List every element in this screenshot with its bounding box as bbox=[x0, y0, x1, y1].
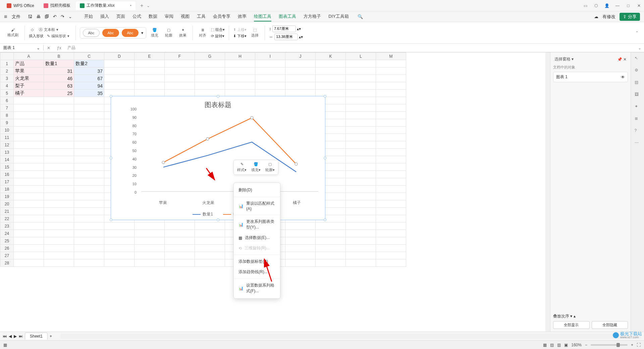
ribbon-collapse-icon[interactable]: ⌃ bbox=[635, 31, 639, 35]
minimize-button[interactable]: — bbox=[615, 3, 620, 8]
show-all-button[interactable]: 全部显示 bbox=[553, 321, 590, 329]
status-mode-icon[interactable]: ▦ bbox=[3, 343, 7, 347]
mini-style-button[interactable]: ✎样式▾ bbox=[237, 162, 247, 172]
new-tab-button[interactable]: + bbox=[137, 3, 147, 9]
rail-help-icon[interactable]: ? bbox=[635, 128, 641, 134]
eye-icon[interactable]: 👁 bbox=[621, 75, 625, 80]
chart-title[interactable]: 图表标题 bbox=[111, 96, 325, 111]
formula-input[interactable]: 产品 bbox=[65, 45, 635, 51]
menu-tab-1[interactable]: 插入 bbox=[100, 12, 109, 21]
rail-select-icon[interactable]: ↖ bbox=[635, 56, 641, 62]
menu-tab-12[interactable]: 方方格子 bbox=[304, 12, 321, 21]
search-icon[interactable]: 🔍 bbox=[358, 14, 363, 19]
shape-style-3[interactable]: Abc bbox=[122, 29, 139, 37]
sheet-nav-last[interactable]: ⏭ bbox=[19, 334, 23, 339]
dropdown-icon[interactable]: ⌄ bbox=[68, 14, 72, 19]
height-input[interactable] bbox=[272, 26, 296, 32]
text-box-button[interactable]: Ⓐ 文本框▾ bbox=[37, 27, 60, 32]
file-menu[interactable]: 文件 bbox=[12, 14, 20, 20]
expand-formula-icon[interactable]: ⌄ bbox=[635, 46, 644, 50]
move-down-button[interactable]: ⬇ 下移▾ bbox=[233, 34, 247, 39]
rail-style-icon[interactable]: ⚙ bbox=[635, 68, 641, 74]
pin-icon[interactable]: 📌 bbox=[617, 57, 622, 62]
rotate-button[interactable]: ⟳ 旋转▾ bbox=[211, 34, 225, 39]
ctx-change-type[interactable]: 📊更改系列图表类型(Y)... bbox=[234, 216, 280, 233]
menu-tab-6[interactable]: 视图 bbox=[181, 12, 190, 21]
menu-tab-10[interactable]: 绘图工具 bbox=[254, 12, 271, 21]
select-button[interactable]: ⬚选择 bbox=[249, 28, 261, 38]
rail-image-icon[interactable]: 🖼 bbox=[635, 92, 641, 98]
cancel-icon[interactable]: ✕ bbox=[44, 46, 54, 50]
chart-object[interactable]: 图表标题 0102030405060708090100 苹果火龙果梨子橘子 数量… bbox=[111, 96, 325, 220]
zoom-out-button[interactable]: − bbox=[585, 343, 587, 347]
undo-icon[interactable]: ↶ bbox=[53, 14, 57, 19]
close-pane-icon[interactable]: ✕ bbox=[623, 57, 627, 62]
rail-layers-icon[interactable]: ≣ bbox=[635, 116, 641, 122]
menu-tab-4[interactable]: 数据 bbox=[149, 12, 157, 21]
menu-tab-7[interactable]: 工具 bbox=[197, 12, 206, 21]
avatar-icon[interactable]: 👤 bbox=[604, 3, 609, 8]
mini-outline-button[interactable]: ▢轮廓▾ bbox=[265, 162, 275, 172]
menu-tab-0[interactable]: 开始 bbox=[84, 12, 93, 21]
edit-shape-button[interactable]: ✎ 编辑形状▾ bbox=[45, 34, 71, 39]
chart-legend[interactable]: 数量1 数量2 bbox=[111, 211, 325, 217]
series-2-line[interactable] bbox=[163, 118, 296, 164]
format-painter-button[interactable]: 🖌 格式刷 bbox=[5, 28, 20, 38]
outline-button[interactable]: ▢轮廓 bbox=[163, 28, 174, 38]
sheet-tab-1[interactable]: Sheet1 bbox=[25, 333, 48, 340]
effect-button[interactable]: ✦效果 bbox=[177, 28, 189, 38]
app-tab[interactable]: WPS Office bbox=[3, 1, 38, 10]
close-button[interactable]: ✕ bbox=[637, 3, 641, 8]
ctx-delete[interactable]: 删除(D) bbox=[234, 185, 280, 195]
horizontal-scrollbar[interactable] bbox=[61, 334, 641, 339]
fx-icon[interactable]: ƒx bbox=[54, 46, 65, 50]
menu-tab-9[interactable]: 效率 bbox=[238, 12, 247, 21]
insert-shape-label[interactable]: 插入形状 bbox=[29, 34, 44, 39]
ctx-reset[interactable]: 📊重设以匹配样式(A) bbox=[234, 198, 280, 213]
vertical-scrollbar[interactable] bbox=[545, 52, 550, 332]
style-more-icon[interactable]: ▾ bbox=[141, 31, 143, 35]
menu-tab-8[interactable]: 会员专享 bbox=[213, 12, 230, 21]
menu-tab-2[interactable]: 页面 bbox=[116, 12, 125, 21]
zoom-in-button[interactable]: + bbox=[631, 343, 633, 347]
save-icon[interactable]: 🖫 bbox=[28, 14, 32, 19]
cube-icon[interactable]: ⬡ bbox=[594, 3, 598, 8]
group-button[interactable]: ⬚ 组合▾ bbox=[211, 27, 225, 32]
insert-shape-button[interactable]: ◇ bbox=[29, 28, 36, 32]
rail-more-icon[interactable]: ⋯ bbox=[635, 140, 641, 146]
fullscreen-icon[interactable]: ⛶ bbox=[637, 343, 641, 347]
width-input[interactable] bbox=[274, 34, 298, 40]
menu-tab-13[interactable]: DIY工具箱 bbox=[328, 12, 349, 21]
align-button[interactable]: ≣对齐 bbox=[197, 28, 208, 38]
chart-plot[interactable]: 0102030405060708090100 苹果火龙果梨子橘子 bbox=[124, 113, 318, 196]
share-button[interactable]: ⇪ 分享 bbox=[620, 13, 640, 21]
view-page-icon[interactable]: ▤ bbox=[550, 343, 554, 347]
add-sheet-button[interactable]: + bbox=[50, 334, 52, 339]
mini-fill-button[interactable]: 🪣填充▾ bbox=[251, 162, 261, 172]
view-reader-icon[interactable]: ▣ bbox=[564, 343, 568, 347]
hamburger-icon[interactable]: ≡ bbox=[4, 14, 7, 20]
shape-style-1[interactable]: Abc bbox=[83, 29, 100, 37]
sheet-area[interactable]: ABCDEFGHIJKLM1产品数量1数量22苹果31373火龙果46674梨子… bbox=[0, 52, 550, 332]
rp-object-item[interactable]: 图表 1 👁 bbox=[553, 72, 628, 82]
shape-style-2[interactable]: Abc bbox=[102, 29, 119, 37]
preview-icon[interactable]: 🗐 bbox=[45, 14, 49, 19]
move-up-button[interactable]: ⬆ 上移▾ bbox=[233, 27, 247, 32]
rail-panel-icon[interactable]: ▤ bbox=[635, 80, 641, 86]
sheet-nav-prev[interactable]: ◀ bbox=[9, 334, 12, 339]
maximize-button[interactable]: □ bbox=[626, 3, 631, 8]
menu-tab-5[interactable]: 审阅 bbox=[165, 12, 173, 21]
window-layout-icon[interactable]: ▭ bbox=[583, 3, 588, 8]
legend-1[interactable]: 数量1 bbox=[193, 211, 213, 217]
menu-tab-3[interactable]: 公式 bbox=[132, 12, 141, 21]
chevron-down-icon[interactable]: ⌄ bbox=[37, 46, 40, 50]
file-tab[interactable]: 工作簿数量.xlsx • bbox=[76, 1, 136, 10]
sheet-nav-next[interactable]: ▶ bbox=[14, 334, 17, 339]
menu-tab-11[interactable]: 图表工具 bbox=[279, 12, 296, 21]
chart-lines[interactable] bbox=[141, 113, 318, 192]
tab-menu-button[interactable]: ⌄ bbox=[147, 3, 150, 8]
sheet-nav-first[interactable]: ⏮ bbox=[3, 334, 7, 339]
rail-tools-icon[interactable]: ✦ bbox=[635, 104, 641, 110]
template-tab[interactable]: 找稻壳模板 bbox=[40, 1, 74, 10]
view-break-icon[interactable]: ▥ bbox=[557, 343, 561, 347]
